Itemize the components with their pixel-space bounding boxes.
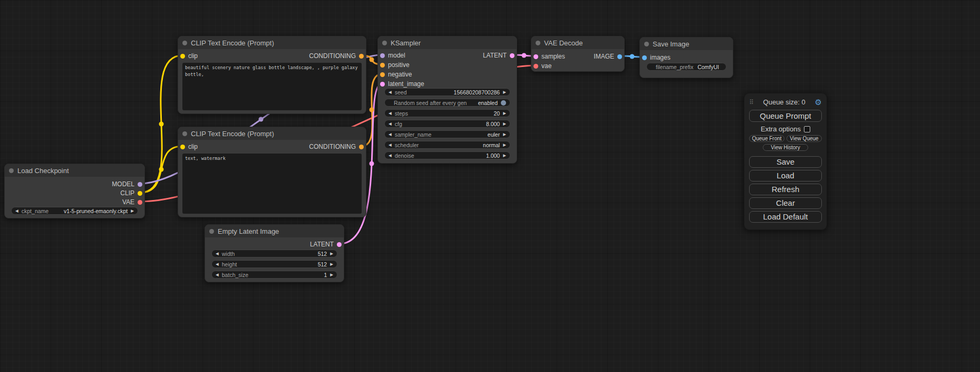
positive-prompt-textarea[interactable]: beautiful scenery nature glass bottle la… (182, 63, 362, 110)
clip-output-dot[interactable] (138, 191, 142, 196)
node-title-bar[interactable]: Load Checkpoint (5, 164, 144, 177)
image-output-dot[interactable] (617, 54, 622, 59)
widget-value[interactable]: enabled (478, 100, 498, 106)
load-default-button[interactable]: Load Default (749, 211, 822, 223)
images-input-dot[interactable] (642, 55, 647, 60)
decrement-arrow-icon[interactable]: ◀ (389, 90, 392, 94)
decrement-arrow-icon[interactable]: ◀ (216, 262, 219, 266)
input-slot-vae[interactable]: vae (533, 61, 551, 71)
filename-prefix-widget[interactable]: filename_prefix ComfyUI (646, 63, 726, 71)
increment-arrow-icon[interactable]: ▶ (503, 111, 506, 116)
latent-image-input-dot[interactable] (380, 82, 385, 87)
height-widget[interactable]: ◀ height 512 ▶ (211, 260, 337, 268)
widget-value[interactable]: 20 (494, 110, 500, 117)
widget-value[interactable]: 1.000 (486, 152, 500, 159)
latent-output-dot[interactable] (337, 242, 342, 247)
decrement-arrow-icon[interactable]: ◀ (389, 111, 392, 116)
samples-input-dot[interactable] (533, 54, 538, 59)
collapse-dot-icon[interactable] (9, 168, 14, 173)
increment-arrow-icon[interactable]: ▶ (131, 209, 134, 213)
widget-value[interactable]: 8.000 (486, 121, 500, 127)
widget-value[interactable]: 156680208700286 (454, 89, 500, 96)
denoise-widget[interactable]: ◀ denoise 1.000 ▶ (384, 151, 510, 159)
collapse-dot-icon[interactable] (382, 41, 387, 45)
negative-input-dot[interactable] (380, 72, 385, 77)
decrement-arrow-icon[interactable]: ◀ (389, 122, 392, 126)
output-slot-clip[interactable]: CLIP (120, 188, 142, 198)
node-title-bar[interactable]: CLIP Text Encode (Prompt) (178, 127, 366, 140)
collapse-dot-icon[interactable] (182, 131, 187, 136)
input-slot-negative[interactable]: negative (380, 70, 412, 79)
queue-front-button[interactable]: Queue Front (749, 135, 784, 142)
node-title-bar[interactable]: KSampler (378, 36, 517, 49)
decrement-arrow-icon[interactable]: ◀ (15, 209, 18, 213)
cfg-widget[interactable]: ◀ cfg 8.000 ▶ (384, 120, 510, 128)
input-slot-samples[interactable]: samples (533, 52, 565, 61)
widget-value[interactable]: 1 (324, 272, 327, 278)
node-save-image[interactable]: Save Image images filename_prefix ComfyU… (639, 37, 733, 78)
drag-handle-icon[interactable]: ⠿ (749, 99, 754, 106)
random-seed-toggle-knob[interactable] (501, 100, 506, 106)
view-history-button[interactable]: View History (763, 144, 808, 151)
node-title-bar[interactable]: Empty Latent Image (205, 225, 344, 237)
seed-widget[interactable]: ◀ seed 156680208700286 ▶ (384, 88, 510, 96)
load-button[interactable]: Load (749, 170, 822, 182)
widget-value[interactable]: euler (488, 131, 500, 138)
model-input-dot[interactable] (380, 53, 385, 58)
clip-input-dot[interactable] (180, 54, 185, 59)
increment-arrow-icon[interactable]: ▶ (503, 154, 506, 158)
decrement-arrow-icon[interactable]: ◀ (216, 252, 219, 256)
ckpt-name-widget[interactable]: ◀ ckpt_name v1-5-pruned-emaonly.ckpt ▶ (11, 207, 138, 215)
view-queue-button[interactable]: View Queue (787, 135, 822, 142)
output-slot-latent[interactable]: LATENT (483, 51, 515, 60)
increment-arrow-icon[interactable]: ▶ (330, 273, 333, 277)
node-load-checkpoint[interactable]: Load Checkpoint MODEL CLIP VAE ◀ ckpt_na… (4, 164, 145, 218)
decrement-arrow-icon[interactable]: ◀ (216, 273, 219, 277)
steps-widget[interactable]: ◀ steps 20 ▶ (384, 109, 510, 117)
node-title-bar[interactable]: Save Image (640, 37, 733, 50)
node-title-bar[interactable]: CLIP Text Encode (Prompt) (178, 36, 366, 49)
node-ksampler[interactable]: KSampler model LATENT positive negative … (377, 36, 517, 164)
widget-value[interactable]: ComfyUI (697, 64, 719, 70)
increment-arrow-icon[interactable]: ▶ (503, 132, 506, 137)
width-widget[interactable]: ◀ width 512 ▶ (211, 250, 337, 257)
queue-prompt-button[interactable]: Queue Prompt (749, 110, 822, 122)
decrement-arrow-icon[interactable]: ◀ (389, 154, 392, 158)
output-slot-conditioning[interactable]: CONDITIONING (309, 51, 364, 61)
input-slot-latent-image[interactable]: latent_image (380, 79, 424, 89)
output-slot-vae[interactable]: VAE (122, 197, 142, 207)
collapse-dot-icon[interactable] (536, 41, 540, 45)
output-slot-image[interactable]: IMAGE (594, 52, 622, 61)
input-slot-model[interactable]: model (380, 51, 405, 60)
node-clip-text-encode-positive[interactable]: CLIP Text Encode (Prompt) clip CONDITION… (178, 36, 366, 114)
scheduler-widget[interactable]: ◀ scheduler normal ▶ (384, 141, 510, 149)
collapse-dot-icon[interactable] (182, 41, 187, 45)
input-slot-clip[interactable]: clip (180, 142, 198, 151)
positive-input-dot[interactable] (380, 63, 385, 68)
increment-arrow-icon[interactable]: ▶ (503, 90, 506, 94)
input-slot-images[interactable]: images (642, 53, 671, 62)
sampler-name-widget[interactable]: ◀ sampler_name euler ▶ (384, 130, 510, 138)
output-slot-model[interactable]: MODEL (112, 179, 142, 189)
clear-button[interactable]: Clear (749, 197, 822, 209)
collapse-dot-icon[interactable] (209, 229, 214, 234)
model-output-dot[interactable] (138, 182, 142, 187)
decrement-arrow-icon[interactable]: ◀ (389, 143, 392, 147)
output-slot-latent[interactable]: LATENT (310, 240, 342, 249)
increment-arrow-icon[interactable]: ▶ (503, 122, 506, 126)
widget-value[interactable]: 512 (318, 261, 327, 268)
graph-canvas[interactable]: Load Checkpoint MODEL CLIP VAE ◀ ckpt_na… (0, 0, 980, 372)
increment-arrow-icon[interactable]: ▶ (330, 252, 333, 256)
node-vae-decode[interactable]: VAE Decode samples IMAGE vae (531, 36, 625, 72)
extra-options-checkbox[interactable] (804, 126, 810, 132)
latent-output-dot[interactable] (510, 53, 515, 58)
widget-value[interactable]: v1-5-pruned-emaonly.ckpt (64, 208, 128, 214)
output-slot-conditioning[interactable]: CONDITIONING (309, 142, 364, 151)
negative-prompt-textarea[interactable]: text, watermark (182, 154, 362, 214)
clip-input-dot[interactable] (180, 145, 185, 149)
widget-value[interactable]: normal (483, 142, 500, 148)
refresh-button[interactable]: Refresh (749, 184, 822, 195)
batch-size-widget[interactable]: ◀ batch_size 1 ▶ (211, 271, 337, 279)
node-title-bar[interactable]: VAE Decode (531, 36, 624, 49)
random-seed-toggle-widget[interactable]: Random seed after every gen enabled (384, 99, 510, 107)
